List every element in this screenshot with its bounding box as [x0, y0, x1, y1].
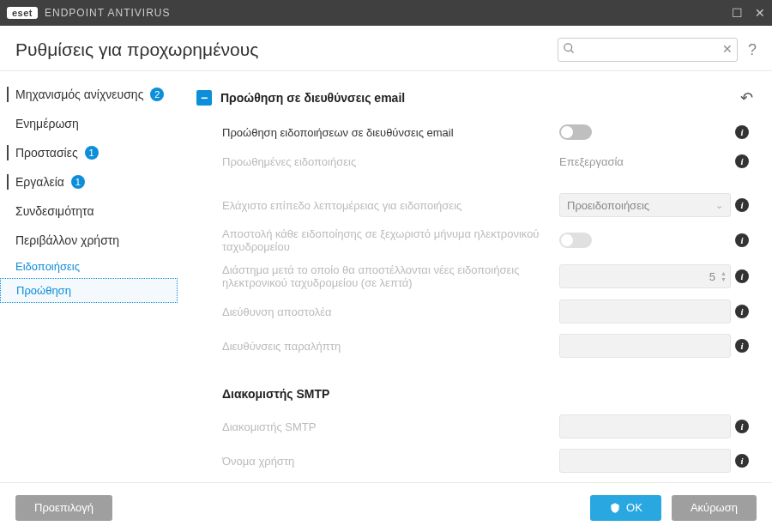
label-smtp-username: Όνομα χρήστη [222, 455, 559, 468]
sidebar-item-label: Συνδεσιμότητα [15, 204, 94, 218]
section-collapse-button[interactable]: − [196, 90, 212, 106]
select-min-verbosity[interactable]: Προειδοποιήσεις ⌄ [559, 193, 731, 217]
clear-search-icon[interactable]: ✕ [722, 42, 733, 56]
row-smtp-server: Διακομιστής SMTP i [196, 409, 753, 444]
info-icon[interactable]: i [731, 154, 753, 168]
row-interval: Διάστημα μετά το οποίο θα αποστέλλονται … [196, 258, 753, 294]
toggle-forward-enable[interactable] [559, 124, 592, 140]
sidebar-item-label: Προστασίες [15, 146, 78, 160]
titlebar: eset ENDPOINT ANTIVIRUS ☐ ✕ [0, 0, 772, 26]
input-smtp-username[interactable] [559, 449, 731, 473]
product-name: ENDPOINT ANTIVIRUS [45, 7, 170, 19]
section-title: Προώθηση σε διευθύνσεις email [220, 91, 405, 105]
search-input[interactable] [558, 38, 738, 62]
row-recipient-addresses: Διευθύνσεις παραλήπτη i [196, 329, 753, 363]
brand-logo: eset [7, 7, 38, 19]
stepper-up-icon[interactable]: ▲ [721, 270, 727, 276]
toggle-send-each[interactable] [559, 233, 592, 248]
label-smtp-server: Διακομιστής SMTP [222, 420, 559, 433]
info-icon[interactable]: i [731, 125, 753, 139]
info-icon[interactable]: i [731, 233, 753, 247]
label-forward-enable: Προώθηση ειδοποιήσεων σε διευθύνσεις ema… [222, 126, 559, 139]
sidebar-item-user-interface[interactable]: Περιβάλλον χρήστη [0, 226, 178, 255]
revert-icon[interactable]: ↶ [740, 88, 753, 107]
chevron-down-icon: ⌄ [715, 200, 723, 211]
row-smtp-username: Όνομα χρήστη i [196, 444, 753, 475]
info-icon[interactable]: i [731, 269, 753, 283]
settings-panel: − Προώθηση σε διευθύνσεις email ↶ Προώθη… [184, 78, 765, 475]
row-forward-enable: Προώθηση ειδοποιήσεων σε διευθύνσεις ema… [196, 118, 753, 147]
row-send-each-separate: Αποστολή κάθε ειδοποίησης σε ξεχωριστό μ… [196, 222, 753, 258]
sidebar-subitem-notifications[interactable]: Ειδοποιήσεις [0, 255, 178, 278]
footer: Προεπιλογή ΟΚ Ακύρωση [0, 482, 772, 532]
sidebar-badge: 1 [85, 146, 99, 160]
input-value: 5 [709, 270, 715, 283]
ok-label: ΟΚ [626, 501, 642, 514]
info-icon[interactable]: i [731, 198, 753, 212]
help-icon[interactable]: ? [748, 41, 757, 59]
info-icon[interactable]: i [731, 454, 753, 468]
input-sender[interactable] [559, 299, 731, 323]
info-icon[interactable]: i [731, 339, 753, 353]
sidebar-item-tools[interactable]: Εργαλεία 1 [0, 167, 178, 196]
input-interval[interactable]: 5 ▲ ▼ [559, 264, 731, 288]
label-interval: Διάστημα μετά το οποίο θα αποστέλλονται … [222, 263, 559, 289]
stepper-down-icon[interactable]: ▼ [721, 276, 727, 282]
label-forwarded-notifications: Προωθημένες ειδοποιήσεις [222, 155, 559, 168]
ok-button[interactable]: ΟΚ [590, 495, 661, 521]
input-smtp-server[interactable] [559, 414, 731, 438]
label-send-each: Αποστολή κάθε ειδοποίησης σε ξεχωριστό μ… [222, 227, 559, 253]
select-value: Προειδοποιήσεις [567, 199, 649, 212]
label-recipients: Διευθύνσεις παραλήπτη [222, 340, 559, 353]
shield-icon [609, 502, 621, 514]
row-sender-address: Διεύθυνση αποστολέα i [196, 294, 753, 329]
label-sender: Διεύθυνση αποστολέα [222, 305, 559, 318]
label-min-verbosity: Ελάχιστο επίπεδο λεπτομέρειας για ειδοπο… [222, 199, 559, 212]
cancel-button[interactable]: Ακύρωση [672, 495, 757, 521]
sidebar-badge: 2 [150, 88, 164, 101]
page-title: Ρυθμίσεις για προχωρημένους [15, 39, 258, 60]
info-icon[interactable]: i [731, 305, 753, 318]
sidebar-item-protections[interactable]: Προστασίες 1 [0, 138, 178, 167]
sidebar-item-detection-engine[interactable]: Μηχανισμός ανίχνευσης 2 [0, 80, 178, 109]
sidebar: Μηχανισμός ανίχνευσης 2 Ενημέρωση Προστα… [0, 71, 184, 482]
svg-point-0 [564, 44, 572, 51]
window-maximize-icon[interactable]: ☐ [732, 6, 743, 20]
edit-forwarded-link[interactable]: Επεξεργασία [559, 155, 624, 168]
sidebar-item-update[interactable]: Ενημέρωση [0, 109, 178, 138]
default-button[interactable]: Προεπιλογή [15, 495, 112, 521]
sidebar-badge: 1 [71, 175, 85, 189]
search-icon [563, 42, 576, 57]
subsection-title-smtp: Διακομιστής SMTP [222, 387, 753, 401]
input-recipients[interactable] [559, 334, 731, 358]
sidebar-item-label: Περιβάλλον χρήστη [15, 233, 119, 247]
sidebar-item-label: Ενημέρωση [15, 117, 79, 130]
row-forwarded-notifications: Προωθημένες ειδοποιήσεις Επεξεργασία i [196, 147, 753, 176]
sidebar-subitem-forwarding[interactable]: Προώθηση [0, 278, 178, 303]
sidebar-item-label: Εργαλεία [15, 175, 64, 189]
row-min-verbosity: Ελάχιστο επίπεδο λεπτομέρειας για ειδοπο… [196, 188, 753, 222]
svg-line-1 [570, 50, 573, 52]
header: Ρυθμίσεις για προχωρημένους ✕ ? [0, 26, 772, 71]
window-close-icon[interactable]: ✕ [755, 6, 765, 20]
info-icon[interactable]: i [731, 420, 753, 433]
sidebar-item-label: Μηχανισμός ανίχνευσης [15, 88, 143, 101]
sidebar-item-connectivity[interactable]: Συνδεσιμότητα [0, 196, 178, 226]
